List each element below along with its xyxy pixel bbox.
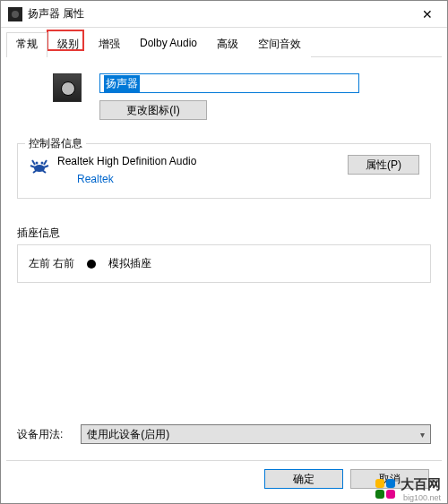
controller-group-label: 控制器信息 [25,136,86,151]
controller-properties-button[interactable]: 属性(P) [348,155,419,175]
ok-button[interactable]: 确定 [264,469,343,489]
jack-color-dot [87,260,96,269]
jack-position: 左前 右前 [29,256,74,271]
controller-groupbox: 控制器信息 Realtek High Definition Audio Real… [17,143,431,199]
tab-dolby[interactable]: Dolby Audio [130,32,207,57]
tab-general[interactable]: 常规 [6,32,47,57]
svg-point-2 [41,162,44,165]
watermark-logo-icon [375,479,395,499]
speaker-app-icon [8,7,22,21]
window-title: 扬声器 属性 [28,6,407,21]
realtek-icon [29,155,50,176]
tab-content-general: 扬声器 更改图标(I) 控制器信息 Realtek High Definitio… [6,56,442,455]
tab-enhance[interactable]: 增强 [89,32,130,57]
device-name-input[interactable]: 扬声器 [99,73,359,93]
device-usage-value: 使用此设备(启用) [87,427,169,442]
device-icon[interactable] [53,73,82,102]
titlebar: 扬声器 属性 ✕ [1,1,447,28]
device-usage-label: 设备用法: [17,427,63,442]
tab-levels[interactable]: 级别 [47,32,89,57]
jack-info-box: 左前 右前 模拟插座 [17,244,431,283]
close-button[interactable]: ✕ [407,1,447,28]
watermark-brand: 大百网 [401,476,441,491]
chevron-down-icon: ▾ [420,430,425,440]
device-name-value: 扬声器 [104,75,140,92]
device-usage-row: 设备用法: 使用此设备(启用) ▾ [17,424,431,444]
properties-window: 扬声器 属性 ✕ 常规 级别 增强 Dolby Audio 高级 空间音效 扬声… [0,0,448,504]
device-usage-select[interactable]: 使用此设备(启用) ▾ [81,424,431,444]
controller-vendor: Realtek [77,173,340,185]
tab-strip: 常规 级别 增强 Dolby Audio 高级 空间音效 [1,28,447,56]
controller-name: Realtek High Definition Audio [57,155,340,167]
watermark-url: big100.net [403,493,441,502]
watermark: 大百网 big100.net [375,476,441,500]
tab-advanced[interactable]: 高级 [207,32,248,57]
jack-type: 模拟插座 [108,256,151,271]
tab-spatial[interactable]: 空间音效 [248,32,311,57]
change-icon-button[interactable]: 更改图标(I) [99,100,207,120]
svg-point-1 [36,162,39,165]
jack-group-label: 插座信息 [17,226,431,241]
